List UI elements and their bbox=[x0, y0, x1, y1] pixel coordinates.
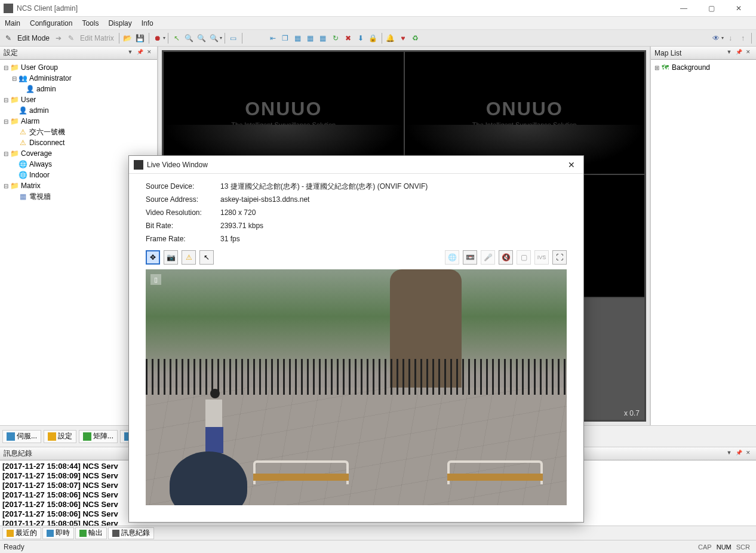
right-panel-header: Map List ▼ 📌 ✕ bbox=[651, 47, 756, 60]
edit-matrix-label[interactable]: Edit Matrix bbox=[78, 34, 116, 42]
menu-info[interactable]: Info bbox=[142, 19, 153, 27]
zoom-indicator: x 0.7 bbox=[624, 409, 640, 417]
panel-close-icon[interactable]: ✕ bbox=[744, 49, 752, 57]
stream-icon[interactable]: 📼 bbox=[463, 250, 477, 265]
left-panel-header: 設定 ▼ 📌 ✕ bbox=[0, 47, 157, 60]
dialog-titlebar[interactable]: Live Video Window ✕ bbox=[129, 156, 583, 174]
frame-rate-label: Frame Rate: bbox=[146, 235, 220, 243]
panel-dropdown-icon[interactable]: ▼ bbox=[725, 49, 733, 57]
edit-mode-icon[interactable]: ✎ bbox=[2, 32, 14, 44]
panel-close-icon[interactable]: ✕ bbox=[145, 49, 153, 57]
titlebar: NCS Client [admin] — ▢ ✕ bbox=[0, 0, 756, 17]
tree-alarm1[interactable]: ⚠交六一號機 bbox=[1, 127, 156, 137]
log-tab-recent[interactable]: 最近的 bbox=[2, 527, 41, 539]
bit-rate-label: Bit Rate: bbox=[146, 222, 220, 230]
live-video-view[interactable]: ▯ bbox=[146, 269, 567, 505]
cascade-icon[interactable]: ❐ bbox=[279, 32, 291, 44]
toolbar-arrow-icon[interactable]: ➔ bbox=[53, 32, 64, 44]
window-icon[interactable]: ▭ bbox=[228, 32, 239, 44]
window-title: NCS Client [admin] bbox=[17, 4, 670, 13]
rec-indicator-icon: ▯ bbox=[150, 274, 161, 285]
save-icon[interactable]: 💾 bbox=[134, 32, 146, 44]
tab-settings[interactable]: 設定 bbox=[44, 430, 76, 443]
tree-admin1[interactable]: 👤admin bbox=[1, 84, 156, 94]
panel-close-icon[interactable]: ✕ bbox=[744, 450, 752, 458]
pointer-icon[interactable]: ↖ bbox=[171, 32, 183, 44]
exit-icon[interactable]: ✖ bbox=[342, 32, 354, 44]
left-panel-title: 設定 bbox=[4, 48, 18, 58]
menubar: Main Configuration Tools Display Info bbox=[0, 17, 756, 30]
warning-icon[interactable]: ⚠ bbox=[182, 250, 196, 265]
panel-dropdown-icon[interactable]: ▼ bbox=[126, 49, 134, 57]
zoom-icon[interactable]: 🔍 bbox=[208, 32, 220, 44]
panel-pin-icon[interactable]: 📌 bbox=[735, 450, 743, 458]
dialog-toolbar: ✥ 📷 ⚠ ↖ 🌐 📼 🎤 🔇 ▢ IVS ⛶ bbox=[129, 250, 583, 269]
arrow-down-icon[interactable]: ↓ bbox=[724, 32, 736, 44]
tree-administrator[interactable]: ⊟👥Administrator bbox=[1, 73, 156, 84]
panel-pin-icon[interactable]: 📌 bbox=[136, 49, 144, 57]
heart-icon[interactable]: ♥ bbox=[397, 32, 409, 44]
refresh-icon[interactable]: ↻ bbox=[330, 32, 342, 44]
ivs-icon[interactable]: IVS bbox=[534, 250, 549, 265]
tree-user[interactable]: ⊟📁User bbox=[1, 94, 156, 105]
refresh2-icon[interactable]: ♻ bbox=[410, 32, 422, 44]
menu-configuration[interactable]: Configuration bbox=[30, 19, 72, 27]
record-icon[interactable]: ⏺ bbox=[152, 32, 164, 44]
tree-user-group[interactable]: ⊟📁User Group bbox=[1, 62, 156, 73]
tree-alarm2[interactable]: ⚠Disconnect bbox=[1, 137, 156, 148]
edit-mode-label[interactable]: Edit Mode bbox=[15, 34, 52, 42]
menu-display[interactable]: Display bbox=[108, 19, 131, 27]
status-cap: CAP bbox=[696, 543, 714, 551]
folder-open-icon[interactable]: 📂 bbox=[122, 32, 134, 44]
source-device-value: 13 捷運國父紀念館(忠孝) - 捷運國父紀念館(忠孝) (ONVIF ONVI… bbox=[220, 182, 428, 192]
dialog-icon bbox=[134, 160, 143, 170]
close-button[interactable]: ✕ bbox=[725, 0, 752, 17]
live-video-dialog[interactable]: Live Video Window ✕ Source Device:13 捷運國… bbox=[128, 155, 584, 523]
pointer-icon[interactable]: ↖ bbox=[199, 250, 214, 265]
globe-icon[interactable]: 🌐 bbox=[445, 250, 459, 265]
source-address-label: Source Address: bbox=[146, 195, 220, 204]
grid-icon[interactable]: ▦ bbox=[305, 32, 316, 44]
ptz-icon[interactable]: ✥ bbox=[146, 250, 160, 265]
tab-matrix[interactable]: 矩陣... bbox=[79, 430, 118, 443]
minimize-button[interactable]: — bbox=[670, 0, 697, 17]
panel-dropdown-icon[interactable]: ▼ bbox=[725, 450, 733, 458]
tree-alarm[interactable]: ⊟📁Alarm bbox=[1, 116, 156, 127]
bell-icon[interactable]: 🔔 bbox=[385, 32, 397, 44]
dialog-close-button[interactable]: ✕ bbox=[564, 160, 579, 170]
log-tab-output[interactable]: 輸出 bbox=[75, 527, 107, 539]
binoculars-icon[interactable]: 👁 bbox=[710, 32, 722, 44]
grid2-icon[interactable]: ▦ bbox=[317, 32, 329, 44]
tab-server[interactable]: 伺服... bbox=[2, 430, 41, 443]
statusbar: Ready CAP NUM SCR bbox=[0, 540, 756, 553]
log-tab-realtime[interactable]: 即時 bbox=[42, 527, 74, 539]
mic-icon[interactable]: 🎤 bbox=[481, 250, 495, 265]
blank-icon[interactable]: ▢ bbox=[517, 250, 531, 265]
divider-icon[interactable]: ⇤ bbox=[267, 32, 279, 44]
menu-main[interactable]: Main bbox=[5, 19, 20, 27]
video-resolution-label: Video Resolution: bbox=[146, 208, 220, 217]
dialog-info: Source Device:13 捷運國父紀念館(忠孝) - 捷運國父紀念館(忠… bbox=[129, 174, 583, 250]
video-resolution-value: 1280 x 720 bbox=[220, 208, 256, 217]
camera-icon[interactable]: 📷 bbox=[164, 250, 178, 265]
download-icon[interactable]: ⬇ bbox=[355, 32, 367, 44]
tree-admin2[interactable]: 👤admin bbox=[1, 105, 156, 116]
arrow-up-icon[interactable]: ↑ bbox=[737, 32, 749, 44]
zoom-in-icon[interactable]: 🔍 bbox=[183, 32, 195, 44]
lock-icon[interactable]: 🔒 bbox=[367, 32, 379, 44]
log-tab-messages[interactable]: 訊息紀錄 bbox=[108, 527, 154, 539]
edit-matrix-icon[interactable]: ✎ bbox=[65, 32, 77, 44]
menu-tools[interactable]: Tools bbox=[82, 19, 99, 27]
app-icon bbox=[4, 4, 13, 13]
speaker-icon[interactable]: 🔇 bbox=[499, 250, 513, 265]
maximize-button[interactable]: ▢ bbox=[697, 0, 725, 17]
right-panel-title: Map List bbox=[654, 49, 681, 57]
map-tree: ⊞🗺Background bbox=[651, 60, 756, 425]
expand-icon[interactable]: ⛶ bbox=[552, 250, 567, 265]
frame-rate-value: 31 fps bbox=[220, 235, 240, 243]
tree-background[interactable]: ⊞🗺Background bbox=[652, 62, 755, 73]
status-ready: Ready bbox=[4, 543, 696, 551]
zoom-out-icon[interactable]: 🔍 bbox=[196, 32, 208, 44]
panel-pin-icon[interactable]: 📌 bbox=[735, 49, 743, 57]
tile-icon[interactable]: ▦ bbox=[292, 32, 304, 44]
